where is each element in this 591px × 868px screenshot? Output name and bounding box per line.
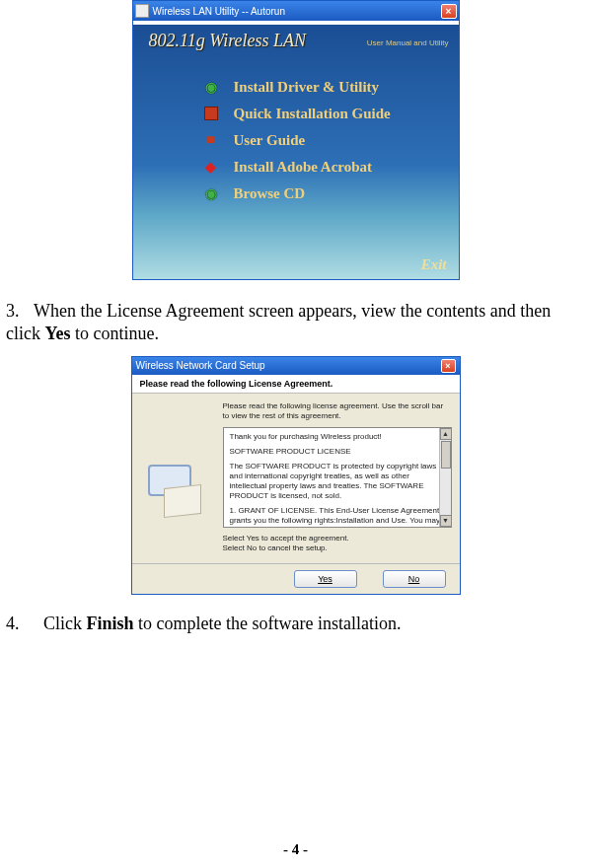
menu-label: Browse CD: [234, 185, 306, 202]
license-banner: Please read the following License Agreem…: [132, 375, 460, 394]
step-3: 3.When the License Agreement screen appe…: [6, 300, 585, 346]
license-body: Please read the following license agreem…: [132, 394, 460, 594]
menu-label: User Guide: [234, 132, 306, 149]
step-4-body: Click Finish to complete the software in…: [43, 614, 401, 633]
step-4-num: 4.: [6, 613, 34, 635]
step4-b: to complete the software installation.: [134, 614, 402, 633]
no-button[interactable]: No: [383, 570, 446, 588]
lic-p2: SOFTWARE PRODUCT LICENSE: [230, 447, 445, 457]
step-4: 4.Click Finish to complete the software …: [6, 613, 585, 635]
license-below: Select Yes to accept the agreement. Sele…: [223, 534, 452, 553]
banner-sub: User Manual and Utility: [367, 38, 449, 47]
close-icon[interactable]: ×: [441, 359, 456, 373]
cd-icon: ◉: [202, 184, 220, 202]
scroll-down-icon[interactable]: ▼: [440, 515, 452, 527]
divider: [132, 563, 460, 564]
license-buttons: Yes No: [140, 570, 452, 588]
menu-quick-guide[interactable]: Quick Installation Guide: [202, 105, 459, 122]
lic-below2: Select No to cancel the setup.: [223, 543, 452, 553]
yes-button[interactable]: Yes: [294, 570, 357, 588]
setup-illustration: [138, 451, 209, 522]
autorun-title: Wireless LAN Utility -- Autorun: [153, 6, 441, 17]
step3-bold: Yes: [44, 324, 70, 343]
close-icon[interactable]: ×: [441, 4, 457, 19]
menu-install-driver[interactable]: ◉ Install Driver & Utility: [202, 78, 459, 96]
step4-bold: Finish: [87, 614, 134, 633]
autorun-menu: ◉ Install Driver & Utility Quick Install…: [202, 78, 459, 202]
step-3-num: 3.: [6, 300, 34, 323]
step4-a: Click: [43, 614, 87, 633]
lic-p3: The SOFTWARE PRODUCT is protected by cop…: [230, 462, 445, 501]
exit-button[interactable]: Exit: [421, 256, 447, 273]
scrollbar[interactable]: ▲ ▼: [439, 428, 451, 527]
book-icon: ■: [202, 131, 220, 149]
menu-label: Install Adobe Acrobat: [234, 159, 373, 176]
menu-install-acrobat[interactable]: ◆ Install Adobe Acrobat: [202, 158, 459, 176]
autorun-titlebar: Wireless LAN Utility -- Autorun ×: [133, 1, 459, 21]
step-3-body: When the License Agreement screen appear…: [6, 301, 551, 343]
scroll-thumb[interactable]: [441, 441, 451, 469]
lic-p1: Thank you for purchasing Wireless produc…: [230, 432, 445, 442]
autorun-banner: 802.11g Wireless LAN User Manual and Uti…: [143, 25, 449, 64]
scroll-up-icon[interactable]: ▲: [440, 428, 452, 440]
page-number: - 4 -: [0, 841, 591, 858]
lic-p4: 1. GRANT OF LICENSE. This End-User Licen…: [230, 506, 445, 528]
menu-browse-cd[interactable]: ◉ Browse CD: [202, 184, 459, 202]
lic-below1: Select Yes to accept the agreement.: [223, 534, 452, 543]
square-icon: [202, 105, 220, 122]
license-window: Wireless Network Card Setup × Please rea…: [131, 356, 461, 595]
license-titlebar: Wireless Network Card Setup ×: [132, 357, 460, 375]
autorun-window: Wireless LAN Utility -- Autorun × 802.11…: [132, 0, 460, 280]
license-title: Wireless Network Card Setup: [136, 360, 265, 371]
menu-label: Quick Installation Guide: [234, 106, 391, 122]
banner-main: 802.11g Wireless LAN: [149, 31, 307, 51]
disc-icon: ◉: [202, 78, 220, 96]
page-number-text: - 4 -: [283, 841, 308, 857]
menu-user-guide[interactable]: ■ User Guide: [202, 131, 459, 149]
license-textarea: Thank you for purchasing Wireless produc…: [223, 427, 452, 528]
pdf-icon: ◆: [202, 158, 220, 176]
license-intro: Please read the following license agreem…: [223, 401, 452, 421]
menu-label: Install Driver & Utility: [234, 79, 380, 96]
step3-b: to continue.: [70, 324, 158, 343]
autorun-body: 802.11g Wireless LAN User Manual and Uti…: [133, 25, 459, 279]
app-icon: [135, 4, 149, 18]
